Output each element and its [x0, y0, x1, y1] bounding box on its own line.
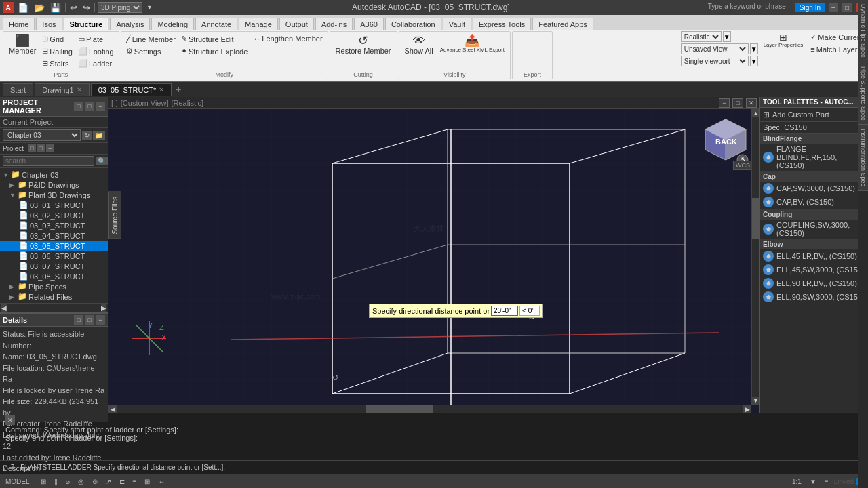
- vscrollbar-thumb[interactable]: [752, 198, 760, 239]
- restore-member-btn[interactable]: ↺ Restore Member: [333, 33, 394, 56]
- tree-struct06[interactable]: 📄 03_06_STRUCT: [0, 251, 108, 261]
- details-btn1[interactable]: □: [74, 315, 83, 325]
- viewport-scale-btn[interactable]: ▼: [807, 477, 819, 486]
- command-input[interactable]: [11, 464, 865, 471]
- model-btn[interactable]: MODEL: [3, 477, 33, 486]
- ortho-btn[interactable]: ⌀: [63, 477, 73, 486]
- stairs-btn[interactable]: ⊞ Stairs: [40, 58, 75, 69]
- pm-refresh-btn[interactable]: ↻: [82, 131, 92, 140]
- doc-tab-drawing1[interactable]: Drawing1 ✕: [35, 83, 89, 96]
- pm-toolbar-btn3[interactable]: −: [46, 144, 54, 152]
- tree-scroll-left[interactable]: ◀: [1, 304, 7, 312]
- tree-pid[interactable]: ▶ 📁 P&ID Drawings: [0, 180, 108, 190]
- search-btn[interactable]: 🔍: [96, 157, 108, 165]
- make-current-btn[interactable]: ✓ Make Current: [808, 31, 865, 43]
- member-btn[interactable]: ⬛ Member: [6, 33, 39, 56]
- railing-btn[interactable]: ⊟ Railing: [40, 45, 75, 57]
- dynin-btn[interactable]: ⊏: [117, 477, 127, 486]
- tpoly-btn[interactable]: ⊞: [142, 477, 153, 486]
- tab-analysis[interactable]: Analysis: [110, 18, 150, 30]
- polar-btn[interactable]: ◎: [75, 477, 87, 486]
- tab-annotate[interactable]: Annotate: [195, 18, 237, 30]
- view-name-select[interactable]: Unsaved View: [681, 43, 749, 54]
- viewport-select[interactable]: Single viewport: [681, 56, 749, 66]
- coupling-item1[interactable]: ⬟ COUPLING,SW,3000, (CS150): [760, 220, 868, 239]
- source-files-tab[interactable]: Source Files: [108, 192, 121, 239]
- grid-snap-btn[interactable]: ∥: [52, 477, 60, 486]
- search-box[interactable]: Type a keyword or phrase: [708, 3, 786, 12]
- current-project-select[interactable]: Chapter 03: [3, 129, 81, 141]
- instrumentation-spec-tab[interactable]: Instrumentation Spec: [858, 125, 868, 191]
- add-custom-part-btn[interactable]: ⊞ Add Custom Part: [760, 108, 868, 122]
- pm-btn2[interactable]: □: [85, 102, 94, 111]
- otrack-btn[interactable]: ↗: [103, 477, 114, 486]
- vp-restore-btn[interactable]: □: [732, 98, 743, 108]
- elbow-item1[interactable]: ⬟ ELL,45 LR,BV,, (CS150): [760, 249, 868, 263]
- restore-btn[interactable]: □: [842, 3, 852, 12]
- tree-related-files[interactable]: ▶ 📁 Related Files: [0, 291, 108, 302]
- tree-struct08[interactable]: 📄 03_08_STRUCT: [0, 271, 108, 281]
- doc-tab-03_05_struct[interactable]: 03_05_STRUCT* ✕: [91, 83, 172, 96]
- open-btn[interactable]: 📂: [33, 3, 46, 13]
- pm-folder-btn[interactable]: 📁: [93, 131, 105, 140]
- pm-toolbar-btn1[interactable]: □: [28, 144, 35, 152]
- tab-modeling[interactable]: Modeling: [151, 18, 194, 30]
- hscroll-left-btn[interactable]: ◀: [108, 405, 117, 413]
- tree-struct03[interactable]: 📄 03_03_STRUCT: [0, 220, 108, 230]
- blind-flange-header[interactable]: BlindFlange: [760, 134, 868, 144]
- cap-item1[interactable]: ⬟ CAP,SW,3000, (CS150): [760, 182, 868, 195]
- vscroll-down-btn[interactable]: ▼: [752, 396, 760, 405]
- view-dropdown-btn[interactable]: ▼: [750, 43, 758, 54]
- search-input[interactable]: [3, 156, 94, 166]
- minimize-btn[interactable]: −: [829, 3, 838, 12]
- tab-collaboration[interactable]: Collaboration: [385, 18, 441, 30]
- tab-isos[interactable]: Isos: [36, 18, 62, 30]
- structure-explode-btn[interactable]: ✦ Structure Explode: [179, 45, 250, 57]
- elbow-item4[interactable]: ⬟ ELL,90,SW,3000, (CS150): [760, 290, 868, 304]
- annotation-scale-btn[interactable]: 1:1: [789, 477, 804, 486]
- visual-style-btn[interactable]: ▼: [723, 31, 731, 42]
- tree-chapter03[interactable]: ▼ 📁 Chapter 03: [0, 169, 108, 180]
- tab-manage[interactable]: Manage: [239, 18, 278, 30]
- line-member-btn[interactable]: ╱ Line Member: [124, 33, 178, 45]
- tab-addins[interactable]: Add-ins: [315, 18, 353, 30]
- settings-btn[interactable]: ⚙ Settings: [124, 45, 178, 57]
- plate-btn[interactable]: ▭ Plate: [76, 33, 116, 45]
- tree-struct01[interactable]: 📄 03_01_STRUCT: [0, 200, 108, 210]
- tree-struct02[interactable]: 📄 03_02_STRUCT: [0, 210, 108, 220]
- tree-scroll-right[interactable]: ▶: [101, 304, 106, 312]
- command-close-btn[interactable]: ✕: [5, 415, 15, 425]
- pm-minimize-btn[interactable]: −: [96, 102, 105, 111]
- workspace-dropdown-btn[interactable]: ▼: [145, 4, 154, 11]
- viewport-hscrollbar[interactable]: ◀ ▶: [108, 405, 751, 413]
- grid-btn[interactable]: ⊞ Grid: [40, 33, 75, 45]
- elbow-header[interactable]: Elbow: [760, 239, 868, 249]
- struct-close-icon[interactable]: ✕: [159, 86, 164, 94]
- coupling-header[interactable]: Coupling: [760, 209, 868, 220]
- tab-featured-apps[interactable]: Featured Apps: [532, 18, 593, 30]
- snap-btn[interactable]: ⊞: [38, 477, 49, 486]
- lweight-btn[interactable]: ≡: [130, 477, 140, 486]
- details-btn2[interactable]: □: [85, 315, 94, 325]
- tab-a360[interactable]: A360: [354, 18, 384, 30]
- advance-steel-btn[interactable]: 📤 Advance Steel XML Export: [437, 33, 507, 54]
- hscroll-right-btn[interactable]: ▶: [743, 405, 751, 413]
- tab-home[interactable]: Home: [3, 18, 35, 30]
- directional-value-input[interactable]: [491, 306, 518, 316]
- directional-angle-input[interactable]: [519, 306, 540, 316]
- structure-edit-btn[interactable]: ✎ Structure Edit: [179, 33, 250, 45]
- match-layer-btn[interactable]: ≡ Match Layer: [808, 44, 865, 55]
- drawing-canvas[interactable]: B ↺ www.rr-sc.com 大人素材 www.rr-sc.com 大人素…: [108, 109, 760, 413]
- vscroll-up-btn[interactable]: ▲: [752, 109, 760, 117]
- drawing1-close-icon[interactable]: ✕: [77, 86, 82, 94]
- vp-close-btn[interactable]: ✕: [746, 98, 757, 108]
- elbow-item3[interactable]: ⬟ ELL,90 LR,BV,, (CS150): [760, 277, 868, 290]
- doc-tab-start[interactable]: Start: [3, 83, 33, 96]
- hscrollbar-thumb[interactable]: [366, 405, 433, 413]
- customization-btn[interactable]: ≡: [822, 477, 831, 486]
- visual-style-select[interactable]: Realistic: [681, 31, 722, 42]
- new-tab-btn[interactable]: +: [173, 84, 184, 95]
- dynamic-pipe-spec-tab[interactable]: Dynamic Pipe Spec: [858, 0, 868, 62]
- details-minimize-btn[interactable]: −: [96, 315, 105, 325]
- blind-flange-item1[interactable]: ⬟ FLANGE BLIND,FL,RF,150, (CS150): [760, 144, 868, 171]
